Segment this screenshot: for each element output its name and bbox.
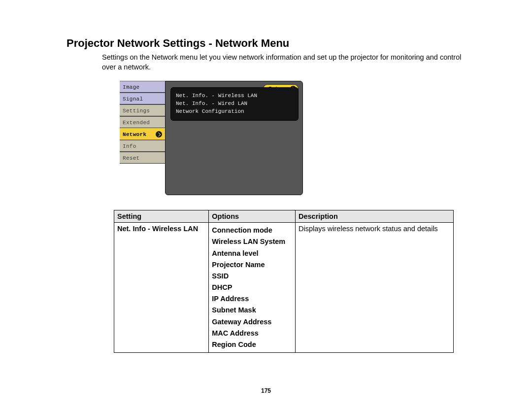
osd-submenu-item[interactable]: Net. Info. - Wired LAN: [176, 100, 293, 107]
intro-text: Settings on the Network menu let you vie…: [102, 53, 476, 72]
cell-setting: Net. Info - Wireless LAN: [114, 223, 209, 353]
table-header-row: Setting Options Description: [114, 210, 454, 223]
enter-icon: [156, 131, 162, 137]
cell-description: Displays wireless network status and det…: [296, 223, 454, 353]
osd-panel-area: Return Net. Info. - Wireless LANNet. Inf…: [165, 81, 303, 195]
option-item: IP Address: [212, 293, 292, 305]
option-item: Subnet Mask: [212, 305, 292, 316]
settings-table: Setting Options Description Net. Info - …: [114, 210, 454, 353]
osd-sidebar-item[interactable]: Image: [120, 81, 165, 93]
col-header-setting: Setting: [114, 210, 209, 223]
osd-sidebar: ImageSignalSettingsExtendedNetworkInfoRe…: [120, 81, 165, 164]
osd-sidebar-item[interactable]: Network: [120, 128, 165, 140]
osd-submenu-panel: Net. Info. - Wireless LANNet. Info. - Wi…: [170, 87, 299, 121]
option-item: Region Code: [212, 339, 292, 350]
option-item: Antenna level: [212, 248, 292, 259]
option-item: MAC Address: [212, 328, 292, 339]
cell-options: Connection modeWireless LAN SystemAntenn…: [209, 223, 296, 353]
page-number: 175: [0, 387, 532, 394]
osd-submenu-item[interactable]: Network Configuration: [176, 107, 293, 115]
osd-sidebar-item[interactable]: Signal: [120, 93, 165, 104]
osd-submenu-item[interactable]: Net. Info. - Wireless LAN: [176, 92, 293, 100]
table-row: Net. Info - Wireless LAN Connection mode…: [114, 223, 454, 353]
col-header-options: Options: [209, 210, 296, 223]
option-item: Gateway Address: [212, 316, 292, 328]
page-title: Projector Network Settings - Network Men…: [66, 37, 468, 50]
option-item: Connection mode: [212, 225, 292, 236]
osd-sidebar-item[interactable]: Reset: [120, 152, 165, 164]
osd-sidebar-item[interactable]: Info: [120, 140, 165, 152]
col-header-description: Description: [296, 210, 454, 223]
option-item: DHCP: [212, 282, 292, 293]
option-item: Projector Name: [212, 259, 292, 271]
option-item: SSID: [212, 271, 292, 282]
option-item: Wireless LAN System: [212, 236, 292, 247]
projector-osd-screenshot: ImageSignalSettingsExtendedNetworkInfoRe…: [120, 81, 303, 195]
osd-sidebar-item[interactable]: Settings: [120, 104, 165, 116]
osd-sidebar-item[interactable]: Extended: [120, 116, 165, 128]
